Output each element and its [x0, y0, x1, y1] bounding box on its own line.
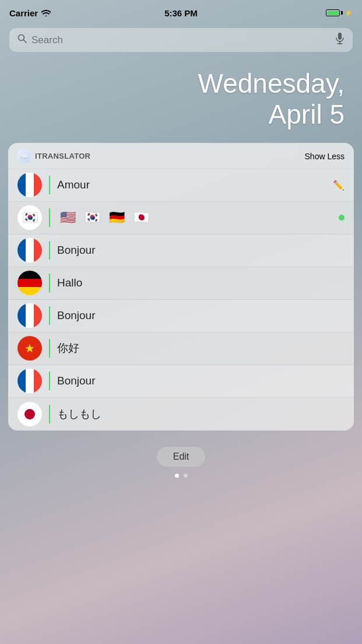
- table-row: Bonjour: [8, 235, 354, 267]
- translation-text: Bonjour: [57, 374, 345, 387]
- widget-title-wrap: ☁️ ITRANSLATOR: [17, 150, 90, 163]
- page-dot-inactive: [184, 474, 188, 478]
- microphone-icon[interactable]: [335, 33, 345, 47]
- translation-text: Amour: [57, 178, 333, 191]
- row-divider: [49, 208, 50, 227]
- itranslator-widget: ☁️ ITRANSLATOR Show Less Amour ✏️ 🇰🇷 🇺🇸 …: [8, 143, 354, 430]
- row-divider: [49, 176, 50, 194]
- translation-text: Hallo: [57, 276, 345, 289]
- table-row: もしもし: [8, 398, 354, 430]
- language-selector-row[interactable]: 🇰🇷 🇺🇸 🇰🇷 🇩🇪 🇯🇵: [8, 202, 354, 235]
- carrier-label: Carrier: [9, 8, 38, 18]
- row-divider: [49, 405, 50, 424]
- date-line2: April 5: [17, 99, 345, 130]
- charging-bolt-icon: ⚡: [345, 9, 353, 17]
- translation-text: Bonjour: [57, 309, 345, 322]
- page-indicator: [175, 474, 188, 478]
- search-icon: [17, 34, 27, 46]
- widget-header: ☁️ ITRANSLATOR Show Less: [8, 143, 354, 169]
- svg-rect-2: [338, 33, 342, 40]
- flag-china: ★: [17, 336, 42, 360]
- target-language-flags: 🇺🇸 🇰🇷 🇩🇪 🇯🇵: [57, 207, 339, 228]
- flag-korea-source: 🇰🇷: [17, 205, 42, 230]
- app-icon: ☁️: [17, 150, 30, 163]
- flag-us-sm[interactable]: 🇺🇸: [57, 207, 78, 228]
- app-name: ITRANSLATOR: [35, 152, 90, 160]
- table-row: ★ 你好: [8, 332, 354, 365]
- edit-button[interactable]: Edit: [157, 447, 206, 467]
- carrier-info: Carrier: [9, 8, 51, 18]
- flag-japan-sm[interactable]: 🇯🇵: [131, 207, 152, 228]
- table-row: Hallo: [8, 267, 354, 300]
- edit-icon[interactable]: ✏️: [333, 180, 345, 191]
- battery-tip: [341, 11, 343, 15]
- search-placeholder: Search: [31, 34, 335, 46]
- translation-text: 你好: [57, 341, 345, 356]
- flag-france: [17, 369, 42, 393]
- wifi-icon: [41, 8, 51, 18]
- bottom-area: Edit: [0, 430, 362, 478]
- table-row: Bonjour: [8, 300, 354, 332]
- row-divider: [49, 274, 50, 292]
- svg-line-1: [24, 40, 27, 43]
- date-display: Wednesday, April 5: [0, 57, 362, 143]
- row-divider: [49, 306, 50, 325]
- flag-korea-sm[interactable]: 🇰🇷: [82, 207, 103, 228]
- flag-japan: [17, 402, 42, 426]
- page-dot-active: [175, 474, 179, 478]
- table-row: Bonjour: [8, 365, 354, 398]
- date-line1: Wednesday,: [17, 68, 345, 99]
- flag-france: [17, 238, 42, 262]
- translation-text: Bonjour: [57, 244, 345, 257]
- translation-text: もしもし: [57, 407, 345, 422]
- row-divider: [49, 372, 50, 390]
- battery-area: ⚡: [326, 9, 353, 17]
- battery-body: [326, 9, 340, 16]
- flag-france: [17, 173, 42, 197]
- battery-fill: [328, 11, 339, 15]
- flag-france: [17, 303, 42, 328]
- status-bar: Carrier 5:36 PM ⚡: [0, 0, 362, 26]
- row-divider: [49, 241, 50, 260]
- cloud-icon: ☁️: [19, 152, 29, 160]
- time-display: 5:36 PM: [164, 8, 198, 18]
- active-indicator-dot: [339, 215, 345, 220]
- show-less-button[interactable]: Show Less: [305, 152, 345, 161]
- table-row: Amour ✏️: [8, 169, 354, 202]
- search-bar[interactable]: Search: [9, 28, 353, 52]
- flag-germany: [17, 271, 42, 295]
- flag-germany-sm[interactable]: 🇩🇪: [106, 207, 127, 228]
- battery-indicator: ⚡: [326, 9, 353, 17]
- row-divider: [49, 339, 50, 358]
